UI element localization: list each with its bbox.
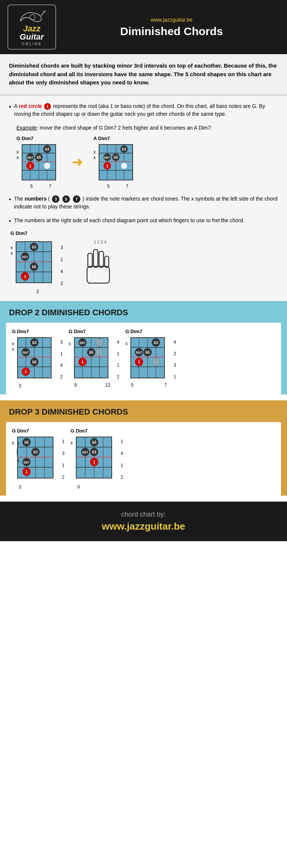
svg-text:bb7: bb7 <box>24 461 30 464</box>
svg-text:b3: b3 <box>45 147 49 151</box>
chord-grid-svg-a: b3 bb7 b5 1 <box>97 143 138 184</box>
finger-num: 4 <box>173 340 176 345</box>
svg-text:bb7: bb7 <box>136 351 142 354</box>
svg-text:1: 1 <box>93 460 95 464</box>
g-dim7-example: G Dim7 x x <box>16 136 61 189</box>
x-mark: x <box>10 245 13 250</box>
x-mark: x <box>12 341 14 346</box>
fret-num: 7 <box>126 184 129 189</box>
svg-text:1: 1 <box>81 360 84 364</box>
intro-section: Diminished chords are built by stacking … <box>0 54 287 96</box>
svg-text:b3: b3 <box>92 450 96 454</box>
svg-text:b5: b5 <box>37 155 41 159</box>
svg-rect-53 <box>99 251 104 267</box>
number-7: 7 <box>73 195 80 203</box>
a-dim7-label: A Dim7 <box>93 136 110 141</box>
svg-text:b5: b5 <box>146 350 150 354</box>
x-mark: x <box>93 155 96 160</box>
finger-num: 1 <box>173 374 176 379</box>
x-mark: x <box>12 440 14 446</box>
drop2-chord-2: G Dim7 x bb7 <box>69 329 120 388</box>
fret-pos: 9 <box>74 382 77 388</box>
drop3-section: DROP 3 DIMINISHED CHORDS G Dim7 x <box>0 400 287 496</box>
svg-text:1: 1 <box>24 274 26 279</box>
finger-num: 3 <box>60 340 63 345</box>
finger-num: 3 <box>62 451 65 456</box>
number-5: 5 <box>62 195 70 203</box>
x-mark: x <box>93 149 96 155</box>
finger-row: x x b3 <box>10 240 278 294</box>
drop2-chord3-label: G Dim7 <box>125 329 142 334</box>
finger-numbers-label: 1 2 3 4 <box>94 240 107 244</box>
bullet-text-2: The numbers ( 3 5 7 ) inside the note ma… <box>14 195 278 211</box>
root-indicator: 1 <box>44 103 51 110</box>
fret-num: 5 <box>107 184 110 189</box>
finger-num: 4 <box>117 340 120 345</box>
drop2-chord2-label: G Dim7 <box>69 329 86 334</box>
svg-point-98 <box>152 358 160 366</box>
finger-num: 1 <box>121 463 123 468</box>
x-mark: x <box>16 155 19 160</box>
svg-point-32 <box>121 162 127 169</box>
logo: Jazz Guitar ONLINE <box>7 4 56 50</box>
drop2-chord3-svg: b3 bb7 b5 1 <box>129 336 172 382</box>
svg-text:bb7: bb7 <box>80 341 86 345</box>
red-circle-text: red circle <box>19 103 42 109</box>
footer: chord chart by: www.jazzguitar.be <box>0 502 287 541</box>
finger-num: 1 <box>117 363 120 368</box>
bullet-text-3: The numbers at the right side of each ch… <box>14 217 244 224</box>
finger-num: 2 <box>121 475 123 480</box>
svg-rect-54 <box>105 256 109 267</box>
drop2-section: DROP 2 DIMINISHED CHORDS G Dim7 x x <box>0 301 287 394</box>
fret-num: 7 <box>49 184 52 189</box>
drop3-chord-2: G Dim7 x b5 <box>71 428 123 490</box>
guitar-icon <box>17 8 47 23</box>
fret-num: 5 <box>30 184 33 189</box>
finger-num: 1 <box>61 257 63 262</box>
drop3-chord1-label: G Dim7 <box>12 428 29 434</box>
footer-label: chord chart by: <box>9 511 278 518</box>
bullet-dot-3: • <box>9 218 11 224</box>
finger-num: 1 <box>62 463 65 468</box>
example-intro: Example: move the chord shape of G Dim7 … <box>16 124 278 132</box>
fret-pos: 3 <box>19 383 21 388</box>
finger-num: 4 <box>121 451 123 456</box>
number-3: 3 <box>52 195 59 203</box>
svg-text:b5: b5 <box>89 350 93 354</box>
header: Jazz Guitar ONLINE www.jazzguitar.be Dim… <box>0 0 287 54</box>
svg-rect-52 <box>93 249 98 267</box>
fret-pos: 9 <box>77 484 80 490</box>
logo-guitar-text: Guitar <box>13 33 51 41</box>
x-mark: x <box>10 251 13 256</box>
fret-pos: 12 <box>105 382 110 388</box>
svg-rect-50 <box>87 266 109 283</box>
intro-text: Diminished chords are built by stacking … <box>9 62 278 87</box>
drop2-chord2-svg: bb7 b5 1 <box>72 336 115 382</box>
drop2-chord1-svg: b3 bb7 b5 1 <box>16 336 59 382</box>
x-mark: x <box>12 347 14 352</box>
svg-text:b5: b5 <box>32 360 37 364</box>
page-title: Diminished Chords <box>64 25 280 38</box>
drop3-chord2-svg: b5 b3 bb7 1 <box>74 435 119 484</box>
bullet-dot-2: • <box>9 196 11 203</box>
x-mark: x <box>125 341 127 346</box>
finger-num: 2 <box>173 351 176 356</box>
content-section: • A red circle 1 represents the root (ak… <box>0 96 287 301</box>
chord-example-row: G Dim7 x x <box>16 136 278 189</box>
finger-chord-svg: b3 bb7 b5 1 <box>14 240 59 288</box>
hand-diagram: 1 2 3 4 <box>80 240 117 287</box>
svg-rect-51 <box>88 253 92 267</box>
example-block: Example: move the chord shape of G Dim7 … <box>16 124 278 189</box>
finger-num: 1 <box>62 439 65 444</box>
svg-text:b3: b3 <box>33 450 38 454</box>
drop3-chord-1: G Dim7 x b5 <box>12 428 65 490</box>
drop3-chord1-svg: b5 b3 bb7 1 <box>16 435 61 484</box>
finger-num: 1 <box>60 351 63 356</box>
x-mark: x <box>69 341 71 346</box>
arrow-icon: ➜ <box>72 154 83 170</box>
svg-text:1: 1 <box>29 164 31 168</box>
logo-online: ONLINE <box>13 42 51 46</box>
svg-line-1 <box>41 11 45 16</box>
svg-text:b3: b3 <box>32 245 36 249</box>
svg-text:1: 1 <box>25 369 27 374</box>
